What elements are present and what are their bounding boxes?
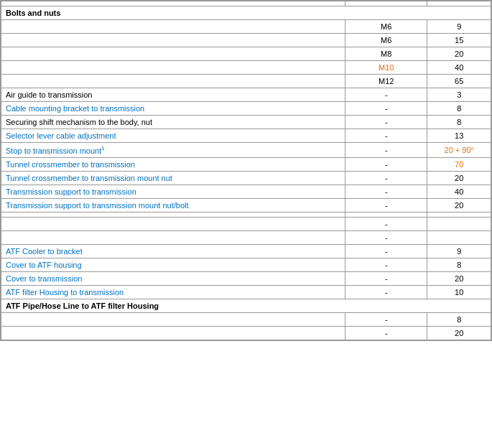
nm-cell: 9	[427, 244, 491, 258]
fastener-cell: -	[345, 326, 427, 340]
component-cell	[1, 47, 345, 61]
table-row: M1040	[1, 61, 491, 75]
nm-cell: 20 + 90°	[427, 143, 491, 158]
header-components	[1, 1, 345, 6]
table-row: -20	[1, 326, 491, 340]
component-cell: Tunnel crossmember to transmission mount…	[1, 171, 345, 185]
table-row: -8	[1, 312, 491, 326]
table-row: Cable mounting bracket to transmission-8	[1, 102, 491, 116]
fastener-cell: M8	[345, 47, 427, 61]
nm-cell	[427, 212, 491, 217]
nm-cell	[427, 230, 491, 244]
fastener-cell: M12	[345, 75, 427, 88]
fastener-cell: -	[345, 198, 427, 212]
table-row	[1, 212, 491, 217]
table-row: Selector lever cable adjustment-13	[1, 129, 491, 143]
nm-cell: 3	[427, 88, 491, 102]
component-cell	[1, 217, 345, 230]
nm-cell: 8	[427, 102, 491, 116]
table-row: M615	[1, 34, 491, 47]
table-row: ATF filter Housing to transmission-10	[1, 285, 491, 299]
table-row: -	[1, 230, 491, 244]
component-cell: Tunnel crossmember to transmission	[1, 157, 345, 171]
component-cell: Selector lever cable adjustment	[1, 129, 345, 143]
header-nm	[427, 1, 491, 6]
nm-cell: 15	[427, 34, 491, 47]
nm-cell: 20	[427, 198, 491, 212]
fastener-cell: -	[345, 258, 427, 271]
nm-cell	[427, 217, 491, 230]
fastener-cell: -	[345, 88, 427, 102]
component-cell	[1, 75, 345, 88]
table-row: Securing shift mechanism to the body, nu…	[1, 116, 491, 129]
component-cell: Air guide to transmission	[1, 88, 345, 102]
nm-cell: 8	[427, 312, 491, 326]
nm-cell: 13	[427, 129, 491, 143]
component-cell: Stop to transmission mount1	[1, 143, 345, 158]
fastener-cell: -	[345, 102, 427, 116]
table-row: -	[1, 217, 491, 230]
table-row: M69	[1, 20, 491, 34]
nm-cell: 20	[427, 271, 491, 285]
table-row: Cover to ATF housing-8	[1, 258, 491, 271]
nm-cell: 10	[427, 285, 491, 299]
fastener-cell: -	[345, 185, 427, 198]
component-cell: ATF filter Housing to transmission	[1, 285, 345, 299]
table-row: Transmission support to transmission mou…	[1, 198, 491, 212]
table-row: ATF Cooler to bracket-9	[1, 244, 491, 258]
section-header-label: Bolts and nuts	[1, 6, 491, 20]
header-fastener	[345, 1, 427, 6]
fastener-cell: -	[345, 157, 427, 171]
component-cell	[1, 312, 345, 326]
table-row: Cover to transmission-20	[1, 271, 491, 285]
component-cell	[1, 20, 345, 34]
table-row: ATF Pipe/Hose Line to ATF filter Housing	[1, 299, 491, 312]
torque-table: Bolts and nutsM69M615M820M1040M1265Air g…	[0, 0, 492, 341]
table-row: M820	[1, 47, 491, 61]
nm-cell: 8	[427, 258, 491, 271]
table-row: Tunnel crossmember to transmission-70	[1, 157, 491, 171]
component-cell	[1, 34, 345, 47]
nm-cell: 40	[427, 185, 491, 198]
component-cell: Cover to ATF housing	[1, 258, 345, 271]
component-cell	[1, 326, 345, 340]
fastener-cell	[345, 212, 427, 217]
nm-cell: 40	[427, 61, 491, 75]
table-row: Stop to transmission mount1-20 + 90°	[1, 143, 491, 158]
fastener-cell: -	[345, 129, 427, 143]
fastener-cell: -	[345, 230, 427, 244]
component-cell: Transmission support to transmission	[1, 185, 345, 198]
section-header-label: ATF Pipe/Hose Line to ATF filter Housing	[1, 299, 491, 312]
fastener-cell: -	[345, 312, 427, 326]
nm-cell: 65	[427, 75, 491, 88]
fastener-cell: -	[345, 285, 427, 299]
nm-cell: 70	[427, 157, 491, 171]
table-row: Tunnel crossmember to transmission mount…	[1, 171, 491, 185]
fastener-cell: -	[345, 143, 427, 158]
fastener-cell: M6	[345, 34, 427, 47]
component-cell: Cable mounting bracket to transmission	[1, 102, 345, 116]
table-row: Bolts and nuts	[1, 6, 491, 20]
fastener-cell: M6	[345, 20, 427, 34]
fastener-cell: -	[345, 217, 427, 230]
table-row: Air guide to transmission-3	[1, 88, 491, 102]
component-cell	[1, 212, 345, 217]
nm-cell: 20	[427, 47, 491, 61]
component-cell	[1, 230, 345, 244]
component-cell: Cover to transmission	[1, 271, 345, 285]
fastener-cell: -	[345, 271, 427, 285]
fastener-cell: -	[345, 244, 427, 258]
nm-cell: 20	[427, 326, 491, 340]
fastener-cell: -	[345, 171, 427, 185]
table-header	[1, 1, 491, 6]
nm-cell: 9	[427, 20, 491, 34]
component-cell	[1, 61, 345, 75]
table-row: M1265	[1, 75, 491, 88]
fastener-cell: M10	[345, 61, 427, 75]
nm-cell: 8	[427, 116, 491, 129]
table-row: Transmission support to transmission-40	[1, 185, 491, 198]
component-cell: Securing shift mechanism to the body, nu…	[1, 116, 345, 129]
nm-cell: 20	[427, 171, 491, 185]
component-cell: ATF Cooler to bracket	[1, 244, 345, 258]
component-cell: Transmission support to transmission mou…	[1, 198, 345, 212]
